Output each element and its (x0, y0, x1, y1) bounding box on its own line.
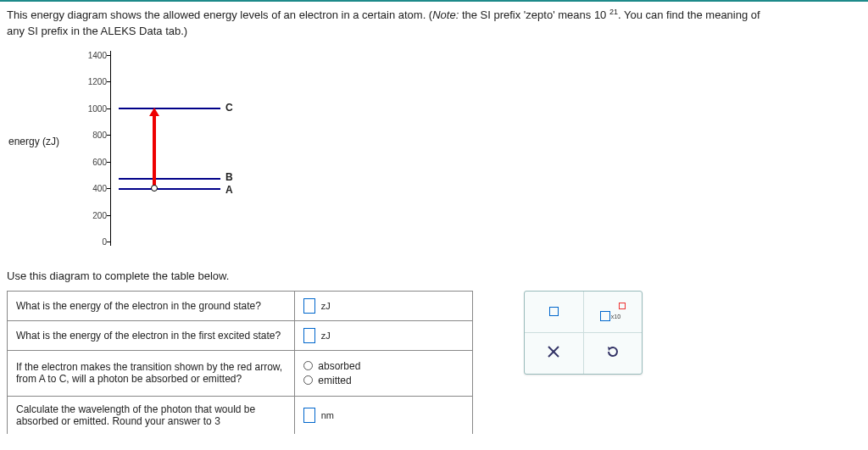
q2-input[interactable] (303, 328, 315, 343)
y-axis-label: energy (zJ) (8, 136, 59, 147)
tool-panel: x10 (524, 291, 643, 375)
radio-icon (303, 361, 313, 370)
level-A-label: A (225, 184, 233, 196)
q2-text: What is the energy of the electron in th… (8, 320, 295, 350)
undo-icon (605, 344, 620, 362)
q1-unit: zJ (321, 301, 331, 311)
level-C-line (119, 108, 220, 109)
sci-notation-icon: x10 (600, 303, 626, 321)
q4-unit: nm (321, 410, 334, 420)
radio-absorbed[interactable]: absorbed (303, 360, 464, 372)
level-B-line (119, 178, 220, 180)
radio-emitted-label: emitted (318, 375, 351, 386)
tick-1400: 1400 (81, 51, 107, 60)
tick-0: 0 (81, 237, 107, 247)
question-table: What is the energy of the electron in th… (7, 291, 473, 434)
level-A-line (119, 188, 220, 190)
instruction-text: Use this diagram to complete the table b… (7, 269, 868, 282)
close-icon (546, 344, 561, 362)
question-prompt: This energy diagram shows the allowed en… (0, 2, 868, 42)
tick-200: 200 (81, 211, 107, 220)
q-mid: the SI prefix 'zepto' means 10 (459, 8, 609, 21)
q-pre: This energy diagram shows the allowed en… (7, 8, 432, 21)
q4-input[interactable] (303, 408, 315, 423)
y-axis (110, 51, 111, 246)
q1-input[interactable] (303, 298, 315, 314)
radio-icon (303, 375, 313, 385)
level-C-label: C (225, 102, 233, 114)
q-post: . You can find the meaning of (618, 8, 760, 21)
q-note: Note: (432, 8, 459, 21)
tick-1000: 1000 (81, 104, 107, 114)
level-B-label: B (225, 171, 233, 183)
clear-button[interactable] (525, 333, 583, 374)
tick-600: 600 (81, 158, 107, 167)
radio-emitted[interactable]: emitted (303, 375, 464, 386)
q1-text: What is the energy of the electron in th… (8, 291, 295, 320)
radio-absorbed-label: absorbed (318, 360, 360, 372)
q-line2: any SI prefix in the ALEKS Data tab.) (7, 25, 187, 37)
energy-diagram: energy (zJ) 1400 1200 1000 800 600 400 2… (8, 42, 314, 263)
arrow-tail-icon (151, 185, 158, 192)
sci-notation-tool[interactable]: x10 (583, 292, 643, 332)
transition-arrow (153, 114, 156, 186)
tick-800: 800 (81, 131, 107, 140)
q3-text: If the electron makes the transition sho… (8, 350, 295, 396)
number-input-tool[interactable] (525, 292, 583, 332)
square-icon (549, 307, 559, 316)
q4-text: Calculate the wavelength of the photon t… (8, 396, 295, 434)
arrow-head-icon (149, 108, 159, 116)
tick-1200: 1200 (81, 77, 107, 86)
q-exp: 21 (609, 8, 618, 16)
q2-unit: zJ (321, 331, 331, 341)
reset-button[interactable] (583, 333, 643, 374)
tick-400: 400 (81, 184, 107, 193)
